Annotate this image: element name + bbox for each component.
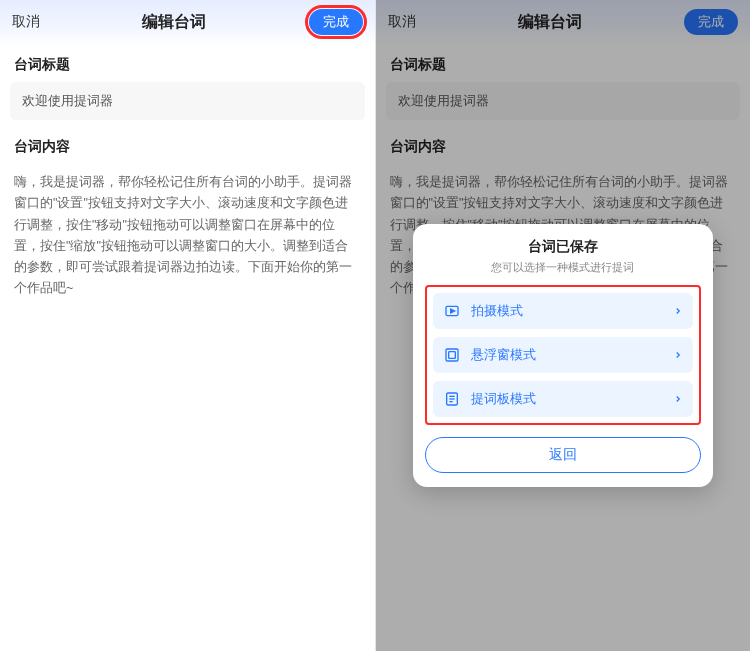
modes-highlight-box: 拍摄模式 悬浮窗模式 <box>425 285 701 425</box>
done-button[interactable]: 完成 <box>309 9 363 35</box>
mode-shoot[interactable]: 拍摄模式 <box>433 293 693 329</box>
saved-modal: 台词已保存 您可以选择一种模式进行提词 拍摄模式 悬浮窗模式 <box>413 224 713 487</box>
mode-label: 拍摄模式 <box>471 302 673 320</box>
content-textarea[interactable]: 嗨，我是提词器，帮你轻松记住所有台词的小助手。提词器窗口的"设置"按钮支持对文字… <box>0 164 375 308</box>
right-pane: 取消 编辑台词 完成 台词标题 欢迎使用提词器 台词内容 嗨，我是提词器，帮你轻… <box>376 0 751 651</box>
chevron-right-icon <box>673 392 683 407</box>
svg-rect-2 <box>446 349 458 361</box>
page-title: 编辑台词 <box>142 12 206 33</box>
mode-label: 悬浮窗模式 <box>471 346 673 364</box>
left-pane: 取消 编辑台词 完成 台词标题 欢迎使用提词器 台词内容 嗨，我是提词器，帮你轻… <box>0 0 376 651</box>
cancel-button[interactable]: 取消 <box>12 13 40 31</box>
header: 取消 编辑台词 完成 <box>0 0 375 44</box>
title-input[interactable]: 欢迎使用提词器 <box>10 82 365 120</box>
chevron-right-icon <box>673 304 683 319</box>
camera-icon <box>443 302 461 320</box>
back-button[interactable]: 返回 <box>425 437 701 473</box>
mode-label: 提词板模式 <box>471 390 673 408</box>
svg-rect-3 <box>448 352 455 359</box>
floating-window-icon <box>443 346 461 364</box>
mode-board[interactable]: 提词板模式 <box>433 381 693 417</box>
title-section-label: 台词标题 <box>0 44 375 82</box>
modal-title: 台词已保存 <box>425 238 701 256</box>
board-icon <box>443 390 461 408</box>
mode-floating[interactable]: 悬浮窗模式 <box>433 337 693 373</box>
content-section-label: 台词内容 <box>0 126 375 164</box>
modal-subtitle: 您可以选择一种模式进行提词 <box>425 260 701 275</box>
chevron-right-icon <box>673 348 683 363</box>
svg-marker-1 <box>450 309 454 313</box>
